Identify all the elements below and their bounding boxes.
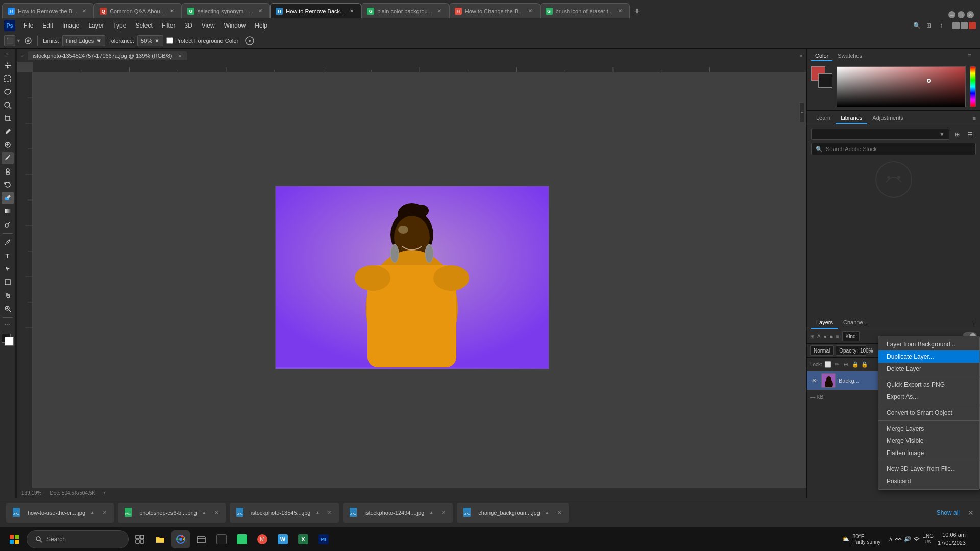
taskbar-icon-blue-app[interactable]: W <box>274 530 292 548</box>
ctx-flatten-image[interactable]: Flatten Image <box>878 447 979 459</box>
tab-7[interactable]: G brush icon of eraser t... ✕ <box>540 3 630 18</box>
tab-2[interactable]: Q Common Q&A Abou... ✕ <box>94 3 182 18</box>
layer-filter-icon1[interactable]: A <box>817 334 821 339</box>
canvas-tab-close[interactable]: ✕ <box>178 53 182 59</box>
tool-dropdown-arrow[interactable]: ▼ <box>16 38 21 43</box>
menu-layer[interactable]: Layer <box>84 21 108 30</box>
canvas-document-tab[interactable]: istockphoto-1354524757-170667a.jpg @ 139… <box>28 51 187 60</box>
tool-brush[interactable] <box>2 152 14 164</box>
ctx-convert-smart-object[interactable]: Convert to Smart Object <box>878 407 979 419</box>
taskbar-icon-folder2[interactable] <box>192 530 210 548</box>
tab-close-7[interactable]: ✕ <box>616 7 624 15</box>
toolbar-collapse-btn[interactable]: « <box>6 51 9 56</box>
protect-fg-checkbox[interactable] <box>166 37 173 44</box>
ctx-quick-export[interactable]: Quick Export as PNG <box>878 379 979 391</box>
tool-eyedropper[interactable] <box>2 126 14 138</box>
eraser-tool-btn[interactable]: ⬛ <box>4 35 15 46</box>
tab-close-5[interactable]: ✕ <box>435 7 444 15</box>
task-view-button[interactable] <box>131 530 149 548</box>
ctx-merge-visible[interactable]: Merge Visible <box>878 435 979 447</box>
menu-type[interactable]: Type <box>109 21 130 30</box>
menu-file[interactable]: File <box>19 21 37 30</box>
menu-3d[interactable]: 3D <box>180 21 196 30</box>
channels-tab[interactable]: Channe... <box>838 317 873 329</box>
tray-network-icon[interactable] <box>895 535 902 543</box>
system-clock[interactable]: 10:06 am 17/01/2023 <box>938 531 966 547</box>
learn-tab[interactable]: Learn <box>811 113 836 124</box>
download-expand-3[interactable]: ▲ <box>315 510 322 515</box>
close-downloads-bar[interactable]: ✕ <box>968 509 974 517</box>
tool-lasso[interactable] <box>2 86 14 98</box>
taskbar-icon-dark[interactable] <box>212 530 231 548</box>
background-color-box[interactable] <box>818 73 832 88</box>
canvas-image[interactable] <box>275 186 549 369</box>
panel-icon-left[interactable]: ≡ <box>968 52 976 60</box>
opacity-input[interactable]: Opacity: 100% <box>836 345 866 356</box>
download-close-5[interactable]: ✕ <box>555 509 564 517</box>
tool-hand[interactable] <box>2 289 14 302</box>
protect-fg-checkbox-label[interactable]: Protect Foreground Color <box>166 37 238 44</box>
download-expand-2[interactable]: ▲ <box>202 510 208 515</box>
taskbar-search[interactable]: Search <box>27 530 129 548</box>
taskbar-icon-green-app[interactable] <box>233 530 251 548</box>
library-list-btn[interactable]: ☰ <box>965 129 976 140</box>
canvas-collapse-left[interactable]: » <box>21 53 26 58</box>
tray-wifi-icon[interactable] <box>913 535 920 543</box>
lock-artboard-btn[interactable]: ⊕ <box>843 361 850 368</box>
panel-menu-btn[interactable]: ≡ <box>973 115 976 121</box>
download-expand-1[interactable]: ▲ <box>90 510 96 515</box>
adjustments-tab[interactable]: Adjustments <box>867 113 909 124</box>
download-close-4[interactable]: ✕ <box>439 509 448 517</box>
share-icon[interactable]: ↑ <box>936 20 946 31</box>
layer-filter-icon2[interactable]: ● <box>824 334 827 339</box>
layers-menu-btn[interactable]: ≡ <box>973 320 976 326</box>
start-button[interactable] <box>4 529 24 549</box>
tool-settings-btn[interactable] <box>24 37 32 45</box>
taskbar-icon-excel[interactable]: X <box>294 530 312 548</box>
tool-text[interactable]: T <box>2 249 14 262</box>
tolerance-dropdown[interactable]: 50% ▼ <box>137 35 163 46</box>
download-close-2[interactable]: ✕ <box>212 509 220 517</box>
tool-zoom[interactable] <box>2 303 14 315</box>
limits-dropdown[interactable]: Find Edges ▼ <box>62 35 106 46</box>
ps-close[interactable] <box>969 22 976 29</box>
layer-eye-icon[interactable]: 👁 <box>810 377 818 385</box>
taskbar-icon-red-app[interactable]: M <box>253 530 272 548</box>
foreground-color-swatch[interactable] <box>2 334 14 346</box>
swatches-tab[interactable]: Swatches <box>834 51 866 61</box>
tray-speaker-icon[interactable]: 🔊 <box>904 536 911 542</box>
ps-maximize[interactable] <box>961 22 968 29</box>
tab-5[interactable]: G plain color backgrou... ✕ <box>361 3 449 18</box>
ctx-merge-layers[interactable]: Merge Layers <box>878 422 979 435</box>
download-item-4[interactable]: JPG istockphoto-12494....jpg ▲ ✕ <box>343 503 453 523</box>
ctx-postcard[interactable]: Postcard <box>878 475 979 487</box>
download-item-2[interactable]: PNG photoshop-cs6-b....png ▲ ✕ <box>118 503 226 523</box>
tab-close-3[interactable]: ✕ <box>256 7 264 15</box>
menu-help[interactable]: Help <box>251 21 272 30</box>
ctx-delete-layer[interactable]: Delete Layer <box>878 363 979 375</box>
menu-edit[interactable]: Edit <box>38 21 57 30</box>
layer-kind-icon[interactable]: ⊞ <box>810 334 814 339</box>
tab-1[interactable]: H How to Remove the B... ✕ <box>2 3 94 18</box>
color-tab[interactable]: Color <box>811 51 832 61</box>
tool-quick-select[interactable] <box>2 99 14 111</box>
kind-filter-dropdown[interactable]: Kind <box>842 331 860 341</box>
tab-close-1[interactable]: ✕ <box>80 7 88 15</box>
tab-4[interactable]: H How to Remove Back... ✕ <box>270 3 361 18</box>
ctx-new-3d-layer[interactable]: New 3D Layer from File... <box>878 463 979 475</box>
color-gradient[interactable] <box>837 66 966 107</box>
blend-mode-dropdown[interactable]: Normal <box>810 345 834 356</box>
tool-marquee[interactable] <box>2 72 14 85</box>
download-close-3[interactable]: ✕ <box>326 509 334 517</box>
lock-transparent-btn[interactable]: ⬜ <box>824 361 831 368</box>
ctx-export-as[interactable]: Export As... <box>878 391 979 403</box>
menu-view[interactable]: View <box>198 21 219 30</box>
layers-tab[interactable]: Layers <box>811 317 838 329</box>
tool-crop[interactable] <box>2 112 14 124</box>
show-all-downloads[interactable]: Show all <box>937 509 960 516</box>
ps-minimize[interactable] <box>952 22 960 29</box>
tray-language[interactable]: ENG US <box>922 533 934 545</box>
download-expand-5[interactable]: ▲ <box>545 510 551 515</box>
tool-gradient[interactable] <box>2 205 14 217</box>
menu-select[interactable]: Select <box>131 21 156 30</box>
